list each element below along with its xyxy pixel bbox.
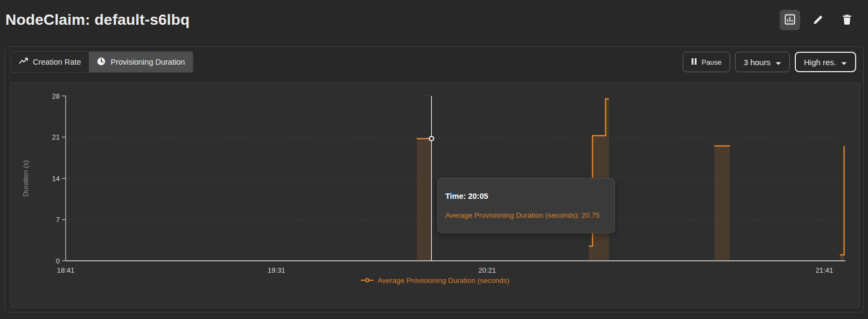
tab-provisioning-duration[interactable]: Provisioning Duration — [89, 52, 193, 72]
pause-button[interactable]: Pause — [683, 52, 730, 72]
tab-creation-rate[interactable]: Creation Rate — [11, 52, 89, 72]
pencil-icon — [813, 14, 824, 26]
chart-panel: 0714212818:4119:3120:2121:41 Duration (s… — [10, 82, 860, 308]
chart-plot-area[interactable]: 0714212818:4119:3120:2121:41 — [11, 83, 860, 308]
resolution-label: High res. — [804, 58, 836, 67]
tooltip-value: Average Provisioning Duration (seconds):… — [445, 211, 607, 219]
pause-icon — [691, 58, 697, 66]
hover-point — [429, 136, 433, 141]
caret-down-icon — [775, 58, 781, 67]
x-tick-label: 20:21 — [478, 266, 496, 274]
y-tick-label: 14 — [52, 175, 60, 183]
header-actions — [780, 10, 857, 30]
chart-legend: Average Provisioning Duration (seconds) — [11, 276, 859, 285]
x-tick-label: 21:41 — [816, 266, 834, 274]
trash-icon — [842, 14, 852, 26]
y-tick-label: 21 — [52, 133, 60, 141]
y-tick-label: 28 — [52, 92, 60, 100]
nodeclaim-chart-card: Creation Rate Provisioning Duration Paus… — [4, 46, 864, 313]
time-range-label: 3 hours — [744, 58, 771, 67]
tab-label: Provisioning Duration — [110, 58, 185, 66]
legend-marker-icon — [361, 276, 374, 285]
resolution-select[interactable]: High res. — [795, 52, 856, 72]
caret-down-icon — [841, 58, 847, 67]
y-tick-label: 0 — [56, 257, 60, 265]
time-range-select[interactable]: 3 hours — [735, 52, 790, 72]
series-area — [417, 138, 431, 261]
y-tick-label: 7 — [56, 216, 60, 224]
tooltip-time: Time: 20:05 — [445, 192, 607, 200]
page-title: NodeClaim: default-s6lbq — [5, 11, 190, 29]
y-axis-title: Duration (s) — [22, 160, 30, 197]
trend-line-icon — [19, 58, 28, 66]
series-area — [715, 146, 730, 261]
pause-label: Pause — [702, 58, 722, 66]
x-tick-label: 18:41 — [57, 266, 75, 274]
legend-item-avg-provisioning-duration[interactable]: Average Provisioning Duration (seconds) — [361, 276, 509, 285]
chart-tabs: Creation Rate Provisioning Duration — [10, 51, 193, 73]
chart-controls: Pause 3 hours High res. — [683, 52, 856, 72]
series-line — [840, 146, 844, 255]
delete-button[interactable] — [837, 10, 857, 30]
bar-chart-icon — [785, 14, 795, 26]
legend-label: Average Provisioning Duration (seconds) — [377, 276, 509, 285]
chart-tooltip: Time: 20:05 Average Provisioning Duratio… — [437, 178, 615, 233]
chart-view-button[interactable] — [780, 10, 800, 30]
tab-label: Creation Rate — [33, 58, 81, 66]
clock-icon — [97, 57, 106, 67]
x-tick-label: 19:31 — [268, 266, 285, 274]
edit-button[interactable] — [808, 10, 829, 30]
